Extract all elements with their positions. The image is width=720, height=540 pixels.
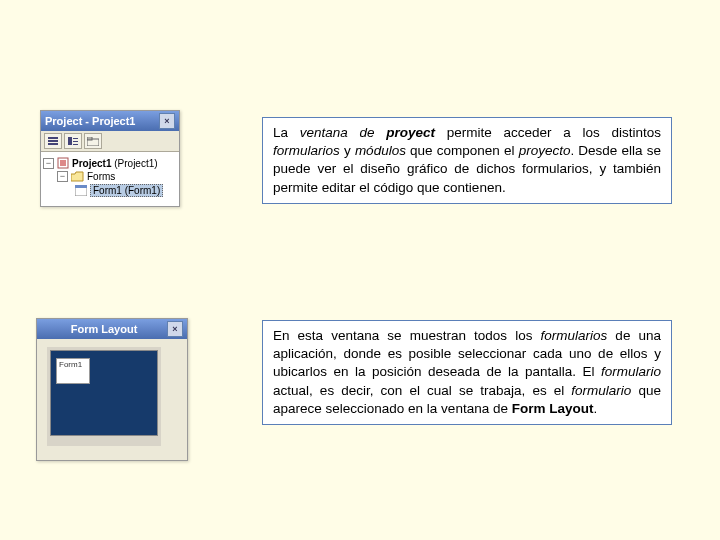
project-title: Project - Project1 [45, 115, 159, 127]
svg-rect-6 [73, 144, 78, 145]
svg-rect-1 [48, 140, 58, 142]
folder-open-icon [71, 171, 84, 182]
expander-icon[interactable]: − [43, 158, 54, 169]
project-icon [57, 157, 69, 169]
form-preview[interactable]: Form1 [56, 358, 90, 384]
formlayout-window: Form Layout × Form1 [36, 318, 188, 461]
project-tree: − Project1 (Project1) − Forms Form1 (For… [41, 152, 179, 206]
tree-root-label: Project1 (Project1) [72, 158, 158, 169]
view-details-icon[interactable] [64, 133, 82, 149]
svg-rect-5 [73, 141, 78, 142]
tree-folder-label: Forms [87, 171, 115, 182]
form-icon [75, 185, 87, 196]
monitor-icon: Form1 [47, 347, 161, 446]
formlayout-title: Form Layout [41, 323, 167, 335]
project-toolbar [41, 131, 179, 152]
tree-item[interactable]: Form1 (Form1) [43, 183, 177, 198]
tree-item-label: Form1 (Form1) [90, 184, 163, 197]
folder-icon[interactable] [84, 133, 102, 149]
tree-root[interactable]: − Project1 (Project1) [43, 156, 177, 170]
tree-folder[interactable]: − Forms [43, 170, 177, 183]
formlayout-titlebar[interactable]: Form Layout × [37, 319, 187, 339]
close-icon[interactable]: × [167, 321, 183, 337]
svg-rect-4 [73, 138, 78, 139]
close-icon[interactable]: × [159, 113, 175, 129]
description-project: La ventana de proyect permite acceder a … [262, 117, 672, 204]
svg-rect-0 [48, 137, 58, 139]
svg-marker-11 [71, 172, 83, 181]
project-window: Project - Project1 × − Project1 (Project… [40, 110, 180, 207]
expander-icon[interactable]: − [57, 171, 68, 182]
svg-rect-3 [68, 137, 72, 145]
description-formlayout: En esta ventana se muestran todos los fo… [262, 320, 672, 425]
svg-rect-13 [75, 185, 87, 188]
svg-rect-2 [48, 143, 58, 145]
formlayout-body: Form1 [37, 339, 187, 460]
view-list-icon[interactable] [44, 133, 62, 149]
project-titlebar[interactable]: Project - Project1 × [41, 111, 179, 131]
svg-rect-10 [60, 160, 66, 166]
